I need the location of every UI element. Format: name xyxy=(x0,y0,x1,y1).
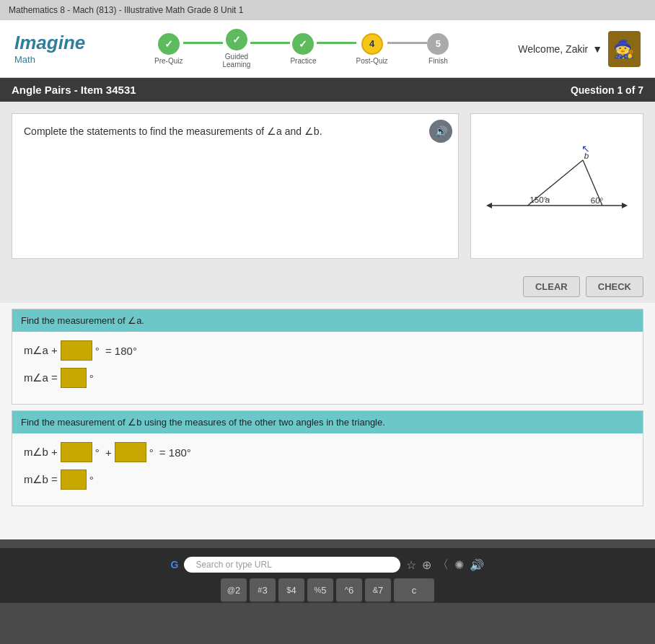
p1-degree2: ° xyxy=(89,372,94,384)
svg-text:↖: ↖ xyxy=(581,143,590,154)
step-circle-finish: 5 xyxy=(427,33,449,55)
p1-l2-prefix: m∠a = xyxy=(24,371,58,384)
section-title: Angle Pairs - Item 34531 xyxy=(12,84,136,96)
google-icon: G xyxy=(171,559,179,570)
address-bar-row: G Search or type URL ☆ ⊕ 〈 ✺ 🔊 xyxy=(14,557,641,573)
problem1-line2: m∠a = ° xyxy=(24,368,631,388)
settings-icon: ✺ xyxy=(454,558,464,572)
question-indicator: Question 1 of 7 xyxy=(571,84,643,96)
progress-steps: Pre-Quiz GuidedLearning Practice 4 xyxy=(154,29,449,69)
p2-plus: + xyxy=(102,446,112,459)
key-6[interactable]: ^6 xyxy=(336,578,362,603)
browser-tab-bar: Mathematics 8 - Mach (813) - Illustrativ… xyxy=(0,0,655,20)
p2-degree2: ° xyxy=(149,446,154,459)
step-post-quiz[interactable]: 4 Post-Quiz xyxy=(356,33,388,65)
right-panel: 150° a b 60° ↖ xyxy=(470,113,643,259)
p2-equals: = 180° xyxy=(157,446,191,459)
step-pre-quiz[interactable]: Pre-Quiz xyxy=(154,33,183,65)
question-text: Complete the statements to find the meas… xyxy=(24,125,447,137)
address-bar[interactable]: Search or type URL xyxy=(184,557,400,573)
section-header: Angle Pairs - Item 34531 Question 1 of 7 xyxy=(0,78,655,102)
problem2-section: Find the measurement of ∠b using the mea… xyxy=(12,410,643,506)
p2-degree1: ° xyxy=(95,446,100,459)
address-bar-text: Search or type URL xyxy=(195,560,271,570)
svg-text:150°: 150° xyxy=(529,195,547,204)
key-7[interactable]: &7 xyxy=(365,578,391,603)
check-button[interactable]: CHECK xyxy=(586,276,643,297)
p2-input1[interactable] xyxy=(61,442,92,462)
p1-input2[interactable] xyxy=(61,368,87,388)
check-icon-practice xyxy=(299,38,307,50)
avatar: 🧙 xyxy=(608,31,641,67)
problem1-line1: m∠a + ° = 180° xyxy=(24,340,631,361)
app-container: Imagine Math Pre-Quiz GuidedLearning xyxy=(0,20,655,539)
brand-math: Math xyxy=(14,54,85,66)
dropdown-icon[interactable]: ▼ xyxy=(592,43,602,55)
star-icon: ☆ xyxy=(406,558,416,572)
p2-input2[interactable] xyxy=(115,442,146,462)
step-label-finish: Finish xyxy=(428,57,448,65)
step-circle-guided xyxy=(226,29,247,50)
clear-button[interactable]: CLEAR xyxy=(523,276,580,297)
svg-text:60°: 60° xyxy=(591,195,604,205)
welcome-text: Welcome, Zakir ▼ xyxy=(518,43,602,55)
check-icon-guided xyxy=(232,34,241,45)
line-3 xyxy=(317,42,356,44)
p2-input3[interactable] xyxy=(61,469,87,490)
triangle-diagram: 150° a b 60° ↖ xyxy=(485,128,628,244)
problem2-line2: m∠b = ° xyxy=(24,469,631,490)
volume-icon: 🔊 xyxy=(470,558,484,572)
diagram-area: 150° a b 60° ↖ xyxy=(471,114,643,258)
problem1-body: m∠a + ° = 180° m∠a = ° xyxy=(12,332,643,404)
keyboard-row-1: @2 #3 $4 %5 ^6 &7 c xyxy=(14,578,641,603)
p2-degree3: ° xyxy=(89,474,94,486)
p1-equals: = 180° xyxy=(102,345,137,357)
step-circle-pre-quiz xyxy=(158,33,180,55)
key-5[interactable]: %5 xyxy=(307,578,333,603)
welcome-area: Welcome, Zakir ▼ 🧙 xyxy=(518,31,641,67)
audio-button[interactable]: 🔊 xyxy=(429,120,452,143)
check-icon-pre-quiz xyxy=(164,38,173,50)
tab-title: Mathematics 8 - Mach (813) - Illustrativ… xyxy=(9,5,243,15)
brand: Imagine Math xyxy=(14,32,85,66)
step-circle-post-quiz: 4 xyxy=(361,33,383,55)
step-label-guided: GuidedLearning xyxy=(223,53,251,69)
step-practice[interactable]: Practice xyxy=(290,33,316,65)
p1-l1-prefix: m∠a + xyxy=(24,344,58,357)
step-label-practice: Practice xyxy=(290,57,316,65)
step-label-post-quiz: Post-Quiz xyxy=(356,57,388,65)
buttons-row: CLEAR CHECK xyxy=(0,270,655,303)
key-4[interactable]: $4 xyxy=(278,578,304,603)
line-1 xyxy=(183,42,223,44)
p1-input1[interactable] xyxy=(61,340,92,361)
key-2[interactable]: @2 xyxy=(221,578,247,603)
step-finish[interactable]: 5 Finish xyxy=(427,33,449,65)
p2-l1-prefix: m∠b + xyxy=(24,446,58,459)
problem2-line1: m∠b + ° + ° = 180° xyxy=(24,442,631,462)
step-label-pre-quiz: Pre-Quiz xyxy=(154,57,183,65)
plus-icon: ⊕ xyxy=(422,558,431,572)
keyboard-area: G Search or type URL ☆ ⊕ 〈 ✺ 🔊 @2 #3 $4 … xyxy=(0,548,655,603)
key-c[interactable]: c xyxy=(394,578,434,603)
left-panel: Complete the statements to find the meas… xyxy=(12,113,459,259)
problem1-header: Find the measurement of ∠a. xyxy=(12,309,643,332)
main-content: Complete the statements to find the meas… xyxy=(0,102,655,270)
p1-degree1: ° xyxy=(95,345,100,357)
nav-bar: Imagine Math Pre-Quiz GuidedLearning xyxy=(0,20,655,78)
step-circle-practice xyxy=(292,33,314,55)
step-guided-learning[interactable]: GuidedLearning xyxy=(223,29,251,69)
back-icon: 〈 xyxy=(437,557,449,573)
problem2-body: m∠b + ° + ° = 180° m∠b = ° xyxy=(12,433,643,506)
brand-imagine: Imagine xyxy=(14,32,85,54)
svg-text:a: a xyxy=(545,195,550,204)
problem1-section: Find the measurement of ∠a. m∠a + ° = 18… xyxy=(12,309,643,405)
line-4 xyxy=(387,42,427,44)
p2-l2-prefix: m∠b = xyxy=(24,473,58,486)
line-2 xyxy=(250,42,290,44)
key-3[interactable]: #3 xyxy=(250,578,276,603)
problem2-header: Find the measurement of ∠b using the mea… xyxy=(12,411,643,433)
